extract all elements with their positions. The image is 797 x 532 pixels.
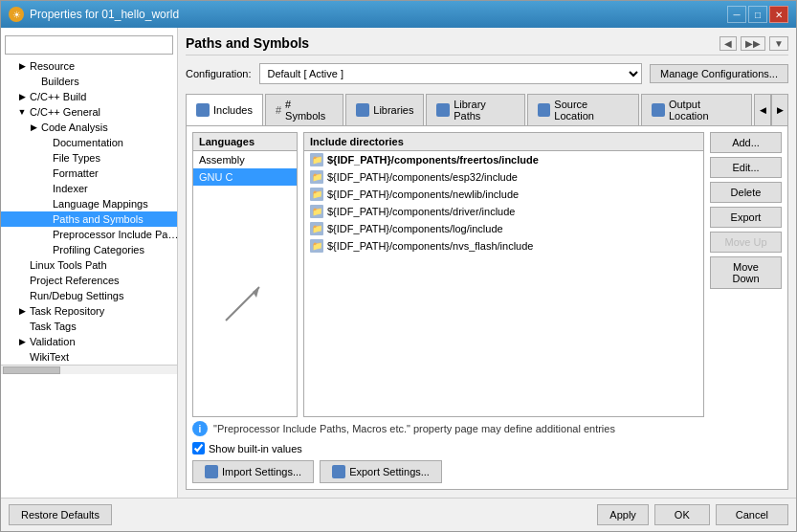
sidebar-search-input[interactable] — [5, 35, 173, 55]
import-settings-button[interactable]: Import Settings... — [192, 460, 314, 483]
tab-symbols-label: # Symbols — [285, 99, 333, 122]
sidebar-item-label: Language Mappings — [53, 198, 148, 210]
language-item-gnu-c[interactable]: GNU C — [193, 168, 297, 186]
expand-arrow: ▶ — [16, 60, 28, 72]
tabs-scroll-left[interactable]: ◀ — [754, 94, 771, 125]
delete-button[interactable]: Delete — [710, 182, 782, 203]
config-label: Configuration: — [186, 68, 252, 79]
expand-arrow: ▶ — [16, 336, 28, 347]
expand-arrow — [16, 275, 28, 286]
minimize-button[interactable]: ─ — [727, 6, 746, 23]
sidebar-item-preprocessor[interactable]: Preprocessor Include Pa… — [1, 227, 177, 242]
output-location-tab-icon — [652, 103, 665, 117]
sidebar-item-task-repository[interactable]: ▶ Task Repository — [1, 303, 177, 319]
tab-library-paths[interactable]: Library Paths — [426, 94, 524, 125]
tab-libraries[interactable]: Libraries — [345, 94, 424, 125]
show-builtin-checkbox[interactable] — [192, 442, 205, 454]
sidebar-item-resource[interactable]: ▶ Resource — [1, 58, 177, 74]
edit-button[interactable]: Edit... — [710, 157, 782, 178]
bottom-bar: Restore Defaults Apply OK Cancel — [1, 498, 796, 531]
expand-arrow — [16, 259, 28, 271]
dir-item[interactable]: 📁 ${IDF_PATH}/components/log/include — [304, 220, 703, 237]
sidebar-item-file-types[interactable]: File Types — [1, 150, 177, 166]
sidebar-item-task-tags[interactable]: Task Tags — [1, 319, 177, 334]
sidebar-item-project-references[interactable]: Project References — [1, 273, 177, 288]
dir-item[interactable]: 📁 ${IDF_PATH}/components/driver/include — [304, 203, 703, 220]
export-icon — [332, 465, 345, 478]
main-window: ☀ Properties for 01_hello_world ─ □ ✕ ▶ … — [0, 0, 797, 532]
tabs-scroll-right[interactable]: ▶ — [771, 94, 788, 125]
dir-item[interactable]: 📁 ${IDF_PATH}/components/esp32/include — [304, 168, 703, 186]
sidebar-item-code-analysis[interactable]: ▶ Code Analysis — [1, 120, 177, 135]
source-location-tab-icon — [538, 103, 551, 117]
sidebar-item-validation[interactable]: ▶ Validation — [1, 334, 177, 349]
sidebar-item-paths-symbols[interactable]: Paths and Symbols — [1, 211, 177, 227]
ok-button[interactable]: OK — [654, 504, 710, 525]
info-bar: i "Preprocessor Include Paths, Macros et… — [192, 417, 782, 440]
tab-symbols[interactable]: # # Symbols — [265, 94, 343, 125]
tab-source-location[interactable]: Source Location — [527, 94, 640, 125]
move-up-button[interactable]: Move Up — [710, 232, 782, 253]
tab-content-area: Languages Assembly GNU C — [186, 126, 788, 490]
restore-defaults-button[interactable]: Restore Defaults — [9, 504, 112, 525]
sidebar-item-label: Task Repository — [30, 305, 104, 317]
nav-back-button[interactable]: ◀ — [720, 36, 737, 51]
sidebar-item-label: File Types — [53, 152, 100, 164]
move-down-button[interactable]: Move Down — [710, 256, 782, 289]
show-builtin-label[interactable]: Show built-in values — [209, 443, 302, 454]
export-button[interactable]: Export — [710, 207, 782, 228]
close-button[interactable]: ✕ — [769, 6, 788, 23]
svg-marker-1 — [253, 287, 259, 298]
sidebar-item-run-debug[interactable]: Run/Debug Settings — [1, 288, 177, 303]
dir-item-label: ${IDF_PATH}/components/newlib/include — [327, 188, 519, 200]
configuration-select[interactable]: Default [ Active ] — [259, 63, 643, 84]
sidebar-scrollbar[interactable] — [1, 365, 177, 374]
sidebar-item-c-cpp-build[interactable]: ▶ C/C++ Build — [1, 89, 177, 104]
action-buttons-panel: Add... Edit... Delete Export Move Up Mov… — [710, 132, 782, 417]
apply-button[interactable]: Apply — [597, 504, 649, 525]
export-settings-button[interactable]: Export Settings... — [320, 460, 442, 483]
tab-includes[interactable]: Includes — [186, 94, 263, 125]
dir-icon: 📁 — [310, 170, 323, 184]
sidebar-item-profiling[interactable]: Profiling Categories — [1, 242, 177, 257]
sidebar-item-linux-tools[interactable]: Linux Tools Path — [1, 257, 177, 273]
language-item-assembly[interactable]: Assembly — [193, 151, 297, 168]
sidebar-item-formatter[interactable]: Formatter — [1, 166, 177, 181]
title-bar: ☀ Properties for 01_hello_world ─ □ ✕ — [1, 1, 796, 28]
scroll-thumb[interactable] — [3, 366, 60, 374]
sidebar-item-label: Resource — [30, 60, 75, 72]
expand-arrow — [39, 213, 51, 225]
sidebar-item-builders[interactable]: Builders — [1, 74, 177, 89]
sidebar-item-c-cpp-general[interactable]: ▼ C/C++ General — [1, 104, 177, 120]
window-title: Properties for 01_hello_world — [30, 8, 179, 21]
sidebar-item-indexer[interactable]: Indexer — [1, 181, 177, 196]
dir-item[interactable]: 📁 ${IDF_PATH}/components/newlib/include — [304, 186, 703, 203]
content-body: Languages Assembly GNU C — [192, 132, 782, 417]
add-button[interactable]: Add... — [710, 132, 782, 153]
sidebar-item-label: Project References — [30, 275, 120, 286]
sidebar-item-wikitext[interactable]: WikiText — [1, 349, 177, 365]
settings-buttons: Import Settings... Export Settings... — [192, 456, 782, 483]
languages-header: Languages — [193, 133, 297, 151]
tab-output-location[interactable]: Output Location — [641, 94, 752, 125]
dir-item[interactable]: 📁 ${IDF_PATH}/components/nvs_flash/inclu… — [304, 237, 703, 255]
sidebar-item-label: Run/Debug Settings — [30, 290, 123, 301]
sidebar-item-documentation[interactable]: Documentation — [1, 135, 177, 150]
maximize-button[interactable]: □ — [748, 6, 767, 23]
manage-configurations-button[interactable]: Manage Configurations... — [650, 64, 788, 83]
sidebar-item-label: C/C++ Build — [30, 91, 86, 102]
cancel-button[interactable]: Cancel — [716, 504, 788, 525]
right-panel: Paths and Symbols ◀ ▶▶ ▼ Configuration: … — [178, 28, 796, 498]
dir-icon: 📁 — [310, 205, 323, 218]
nav-forward-button[interactable]: ▶▶ — [741, 36, 765, 51]
sidebar-item-label: Profiling Categories — [53, 244, 144, 255]
libraries-tab-icon — [356, 103, 369, 117]
expand-arrow — [39, 183, 51, 194]
bottom-right-buttons: Apply OK Cancel — [597, 504, 788, 525]
expand-arrow: ▶ — [28, 122, 39, 133]
dir-item[interactable]: 📁 ${IDF_PATH}/components/freertos/includ… — [304, 151, 703, 168]
sidebar-item-language-mappings[interactable]: Language Mappings — [1, 196, 177, 211]
sidebar-item-label: Documentation — [53, 137, 123, 148]
nav-dropdown-button[interactable]: ▼ — [769, 36, 788, 51]
sidebar-item-label: Formatter — [53, 167, 99, 179]
